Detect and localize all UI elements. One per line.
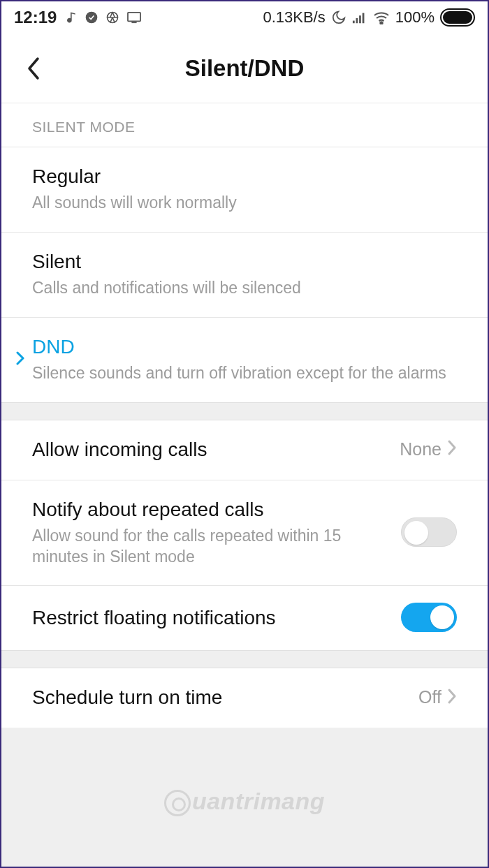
allow-incoming-title: Allow incoming calls: [32, 437, 400, 462]
setting-repeated-calls[interactable]: Notify about repeated calls Allow sound …: [1, 480, 488, 586]
restrict-floating-toggle[interactable]: [401, 603, 457, 632]
ftp-icon: [126, 11, 142, 24]
repeated-calls-title: Notify about repeated calls: [32, 497, 391, 522]
status-right: 0.13KB/s 100%: [263, 8, 475, 27]
battery-percent: 100%: [395, 8, 435, 27]
status-time: 12:19: [14, 8, 57, 27]
status-bar: 12:19 0.13KB/s 100%: [1, 1, 488, 34]
back-button[interactable]: [20, 54, 48, 82]
section-header-silent-mode: SILENT MODE: [1, 103, 488, 147]
svg-rect-2: [128, 13, 140, 22]
restrict-floating-title: Restrict floating notifications: [32, 605, 391, 630]
svg-point-7: [380, 22, 382, 24]
mode-dnd[interactable]: DND Silence sounds and turn off vibratio…: [1, 317, 488, 402]
setting-schedule[interactable]: Schedule turn on time Off: [1, 668, 488, 728]
svg-rect-5: [359, 15, 361, 23]
watermark-text: uantrimang: [192, 788, 325, 814]
chevron-right-icon: [15, 351, 25, 369]
schedule-title: Schedule turn on time: [32, 685, 418, 709]
moon-icon: [331, 10, 346, 25]
mode-silent[interactable]: Silent Calls and notifications will be s…: [1, 232, 488, 317]
dnd-settings-list: Allow incoming calls None Notify about r…: [1, 420, 488, 651]
check-circle-icon: [85, 10, 98, 24]
mode-dnd-subtitle: Silence sounds and turn off vibration ex…: [32, 363, 457, 384]
mode-regular-title: Regular: [32, 164, 457, 189]
chevron-right-icon: [447, 688, 457, 707]
chevron-left-icon: [26, 56, 41, 81]
mode-regular-subtitle: All sounds will work normally: [32, 193, 457, 214]
schedule-list: Schedule turn on time Off: [1, 668, 488, 728]
net-speed: 0.13KB/s: [263, 8, 325, 27]
setting-allow-incoming[interactable]: Allow incoming calls None: [1, 420, 488, 480]
mode-silent-subtitle: Calls and notifications will be silenced: [32, 278, 457, 299]
status-left: 12:19: [14, 8, 142, 27]
section-divider: [1, 402, 488, 420]
svg-rect-4: [356, 18, 358, 23]
watermark-icon: [164, 790, 191, 816]
battery-icon: [440, 8, 475, 27]
schedule-value: Off: [418, 687, 441, 707]
svg-rect-3: [353, 21, 355, 24]
allow-incoming-value: None: [400, 439, 441, 459]
svg-point-0: [86, 12, 98, 24]
chevron-right-icon: [447, 439, 457, 459]
section-divider: [1, 650, 488, 668]
wifi-icon: [373, 10, 390, 24]
mode-silent-title: Silent: [32, 249, 457, 274]
aperture-icon: [105, 10, 119, 24]
header: Silent/DND: [1, 34, 488, 103]
page-title: Silent/DND: [1, 55, 488, 82]
watermark: uantrimang: [1, 788, 488, 816]
mode-list: Regular All sounds will work normally Si…: [1, 147, 488, 402]
mode-regular[interactable]: Regular All sounds will work normally: [1, 147, 488, 232]
mode-dnd-title: DND: [32, 334, 457, 359]
repeated-calls-toggle[interactable]: [401, 517, 457, 547]
repeated-calls-subtitle: Allow sound for the calls repeated withi…: [32, 526, 391, 568]
signal-icon: [352, 10, 367, 24]
music-icon: [64, 10, 78, 24]
setting-restrict-floating[interactable]: Restrict floating notifications: [1, 585, 488, 650]
svg-rect-6: [362, 13, 364, 24]
